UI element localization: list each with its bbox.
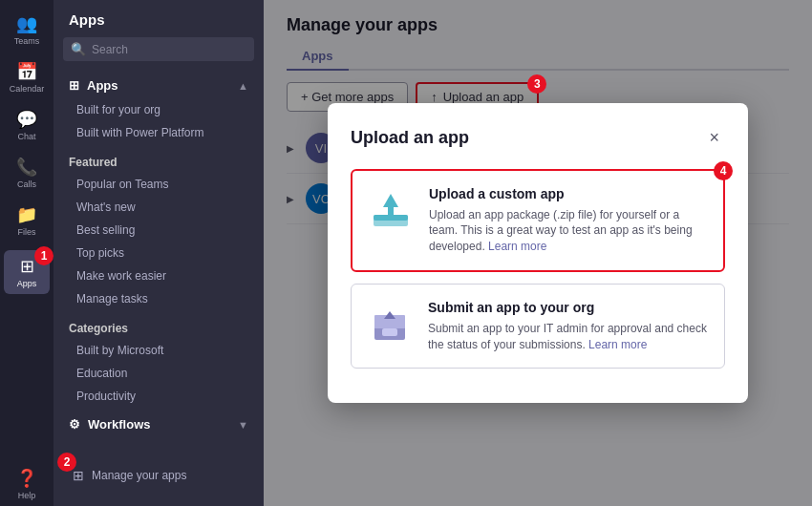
sidebar-section-apps: ⊞ Apps ▲ Built for your org Built with P… (53, 73, 264, 144)
featured-category-title: Featured (69, 148, 248, 173)
upload-custom-app-content: Upload a custom app Upload an app packag… (429, 186, 708, 255)
nav-label-calendar: Calendar (10, 84, 45, 94)
dialog-header: Upload an app × (351, 126, 725, 150)
sidebar-section-header-workflows[interactable]: ⚙ Workflows ▼ (69, 411, 248, 437)
learn-more-org-link[interactable]: Learn more (588, 338, 647, 351)
nav-item-chat[interactable]: 💬 Chat (4, 103, 50, 147)
calendar-icon: 📅 (16, 61, 37, 82)
sidebar-item-built-for-org[interactable]: Built for your org (69, 98, 248, 121)
sidebar-item-education[interactable]: Education (69, 362, 248, 385)
submit-org-title: Submit an app to your org (428, 300, 709, 315)
upload-custom-app-title: Upload a custom app (429, 186, 708, 201)
help-icon: ❓ (16, 468, 37, 489)
svg-rect-3 (388, 205, 394, 215)
annotation-badge-2: 2 (57, 453, 76, 472)
sidebar-item-best-selling[interactable]: Best selling (69, 219, 248, 242)
submit-org-option[interactable]: Submit an app to your org Submit an app … (351, 284, 725, 369)
submit-org-content: Submit an app to your org Submit an app … (428, 300, 709, 353)
upload-custom-app-desc: Upload an app package (.zip file) for yo… (429, 207, 708, 255)
nav-rail: 👥 Teams 📅 Calendar 💬 Chat 📞 Calls 📁 File… (0, 0, 53, 506)
annotation-badge-1: 1 (34, 246, 53, 265)
annotation-badge-4: 4 (714, 161, 733, 180)
sidebar-item-make-work-easier[interactable]: Make work easier (69, 264, 248, 287)
sidebar-section-categories: Categories Built by Microsoft Education … (53, 314, 264, 408)
categories-category-title: Categories (69, 314, 248, 339)
submit-org-desc: Submit an app to your IT admin for appro… (428, 321, 709, 353)
sidebar-section-header-apps[interactable]: ⊞ Apps ▲ (69, 73, 248, 98)
manage-apps-item[interactable]: ⊞ Manage your apps (63, 460, 254, 491)
sidebar-title: Apps (53, 11, 264, 37)
sidebar-item-popular-teams[interactable]: Popular on Teams (69, 173, 248, 196)
svg-rect-6 (382, 328, 397, 336)
upload-dialog: Upload an app × (328, 103, 748, 404)
sidebar-item-productivity[interactable]: Productivity (69, 385, 248, 408)
chevron-down-icon: ▼ (238, 419, 248, 431)
nav-label-teams: Teams (14, 36, 40, 46)
teams-icon: 👥 (16, 13, 37, 34)
sidebar-item-top-picks[interactable]: Top picks (69, 242, 248, 264)
sidebar-item-manage-tasks[interactable]: Manage tasks (69, 287, 248, 310)
sidebar-item-built-power[interactable]: Built with Power Platform (69, 121, 248, 144)
sidebar-item-built-by-microsoft[interactable]: Built by Microsoft (69, 339, 248, 362)
nav-item-files[interactable]: 📁 Files (4, 199, 50, 242)
manage-apps-label: Manage your apps (92, 469, 186, 482)
nav-item-calendar[interactable]: 📅 Calendar (4, 55, 50, 99)
nav-item-help[interactable]: ❓ Help (4, 462, 50, 506)
chat-icon: 💬 (16, 109, 37, 130)
nav-label-apps: Apps (17, 279, 37, 288)
apps-section-label: Apps (87, 78, 118, 93)
search-box[interactable]: 🔍 (63, 37, 254, 61)
search-icon: 🔍 (71, 42, 86, 56)
sidebar-section-featured: Featured Popular on Teams What's new Bes… (53, 148, 264, 310)
workflows-section-label: Workflows (88, 417, 151, 432)
svg-marker-2 (383, 194, 398, 207)
sidebar-section-workflows: ⚙ Workflows ▼ (53, 411, 264, 437)
nav-label-files: Files (17, 227, 35, 237)
main-content: Manage your apps Apps + Get more apps ↑ … (264, 0, 812, 506)
files-icon: 📁 (16, 204, 37, 225)
workflows-icon: ⚙ (69, 417, 80, 432)
dialog-title: Upload an app (351, 128, 469, 148)
upload-custom-app-option[interactable]: Upload a custom app Upload an app packag… (351, 169, 725, 272)
apps-icon: ⊞ (20, 256, 34, 277)
submit-org-icon (367, 300, 413, 346)
chevron-up-icon: ▲ (238, 80, 248, 92)
sidebar-item-whats-new[interactable]: What's new (69, 196, 248, 219)
svg-rect-1 (374, 215, 408, 221)
search-input[interactable] (92, 43, 246, 56)
dialog-close-button[interactable]: × (703, 126, 725, 150)
learn-more-custom-link[interactable]: Learn more (488, 240, 546, 253)
apps-section-icon: ⊞ (69, 78, 79, 93)
nav-item-teams[interactable]: 👥 Teams (4, 8, 50, 52)
upload-custom-app-icon (368, 186, 414, 232)
calls-icon: 📞 (16, 157, 37, 178)
sidebar: Apps 🔍 ⊞ Apps ▲ Built for your org Built… (53, 0, 264, 506)
nav-label-calls: Calls (17, 179, 36, 189)
nav-label-chat: Chat (17, 132, 35, 141)
nav-label-help: Help (18, 491, 36, 500)
nav-item-calls[interactable]: 📞 Calls (4, 151, 50, 195)
manage-apps-icon: ⊞ (73, 468, 84, 483)
